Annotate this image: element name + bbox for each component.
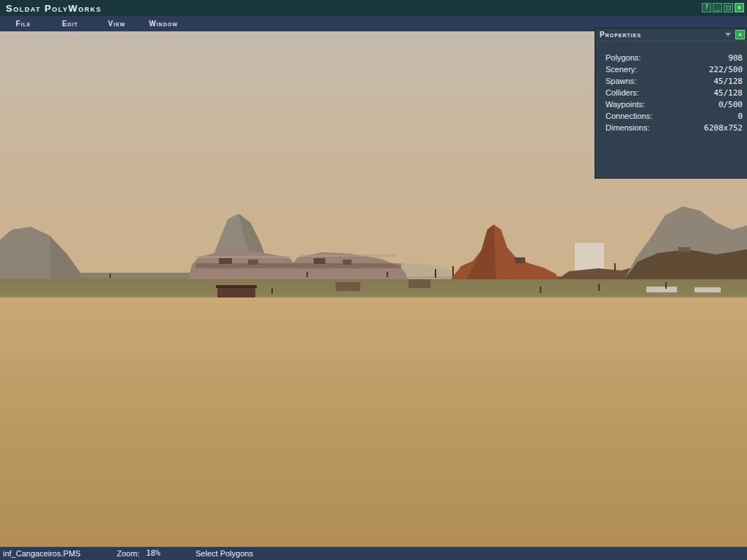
menu-window[interactable]: Window [140,20,187,28]
property-row: Polygons: 908 [595,52,747,63]
menu-file[interactable]: File [0,20,47,28]
properties-panel[interactable]: Properties ✕ Polygons: 908 Scenery: 222/… [595,28,747,179]
ground-strip [0,277,747,298]
property-row: Colliders: 45/128 [595,87,747,98]
property-label: Dimensions: [605,123,650,132]
property-value: 0 [738,112,743,121]
zoom-label: Zoom: [117,547,139,560]
help-icon[interactable]: ? [702,3,711,12]
menu-edit[interactable]: Edit [47,20,93,28]
property-row: Dimensions: 6208x752 [595,122,747,133]
property-value: 0/500 [719,100,743,109]
property-label: Connections: [605,112,652,120]
properties-rows: Polygons: 908 Scenery: 222/500 Spawns: 4… [595,42,747,133]
statusbar: inf_Cangaceiros.PMS Zoom: 18% Select Pol… [0,547,747,560]
minimize-icon[interactable]: _ [713,3,722,12]
properties-panel-titlebar[interactable]: Properties ✕ [595,28,747,42]
property-row: Scenery: 222/500 [595,63,747,75]
property-value: 908 [728,53,743,63]
property-row: Waypoints: 0/500 [595,98,747,110]
titlebar[interactable]: Soldat PolyWorks ? _ □ ✕ [0,0,747,17]
property-label: Waypoints: [605,100,645,109]
property-value: 222/500 [709,65,743,74]
property-label: Scenery: [605,65,637,74]
window-title: Soldat PolyWorks [0,3,101,14]
window-controls: ? _ □ ✕ [702,3,744,12]
properties-panel-title: Properties [595,31,641,39]
current-filename: inf_Cangaceiros.PMS [3,547,80,560]
property-row: Connections: 0 [595,110,747,122]
desert-ground [0,295,747,547]
panel-close-icon[interactable]: ✕ [735,30,745,39]
tool-mode-label: Select Polygons [196,547,253,560]
property-row: Spawns: 45/128 [595,75,747,87]
zoom-value: 18% [146,547,160,560]
property-value: 6208x752 [704,123,743,133]
maximize-icon[interactable]: □ [724,3,733,12]
polyworks-window: { "window": { "title": "Soldat PolyWorks… [0,0,747,560]
property-label: Colliders: [605,88,639,97]
property-value: 45/128 [713,88,743,98]
chevron-down-icon[interactable] [725,33,731,36]
property-label: Spawns: [605,77,636,85]
close-icon[interactable]: ✕ [735,3,744,12]
property-label: Polygons: [605,53,640,62]
property-value: 45/128 [713,77,743,86]
menu-view[interactable]: View [93,20,140,28]
